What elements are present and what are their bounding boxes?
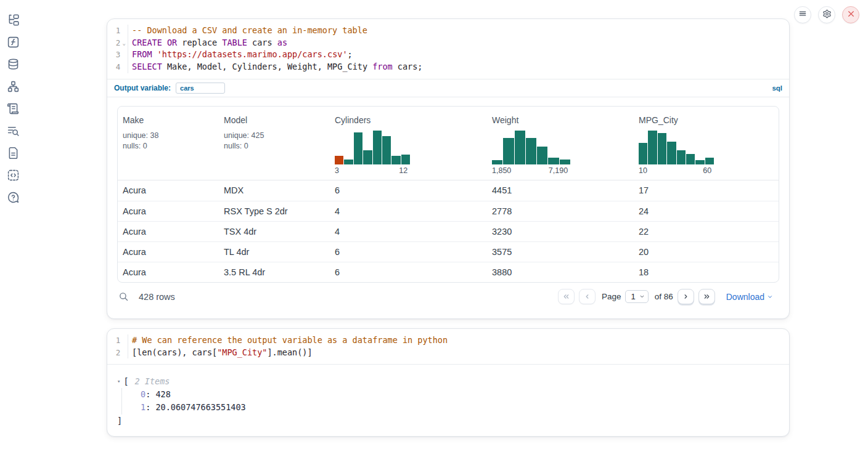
column-header[interactable]: MPG_City1060 [634, 107, 779, 180]
column-histogram: 312 [335, 131, 410, 175]
gutter: 4 [107, 61, 128, 73]
table-cell: 22 [634, 227, 779, 237]
histogram-bar [658, 133, 666, 164]
sql-output-area: Makeunique: 38nulls: 0Modelunique: 425nu… [107, 97, 789, 318]
settings-button[interactable] [818, 6, 835, 23]
first-page-button[interactable] [558, 289, 575, 304]
column-header-label: MPG_City [639, 115, 776, 125]
code-text: FROM 'https://datasets.marimo.app/cars.c… [128, 49, 353, 61]
row-count: 428 rows [139, 292, 175, 302]
column-header-label: Make [123, 115, 216, 125]
gear-icon [822, 9, 832, 21]
fold-chevron-icon [120, 347, 128, 359]
table-cell: 24 [634, 206, 779, 216]
sql-cell: 1-- Download a CSV and create an in-memo… [107, 18, 790, 319]
sql-code-editor[interactable]: 1-- Download a CSV and create an in-memo… [107, 19, 789, 79]
histogram-bar [667, 142, 676, 164]
table-cell: 20 [634, 247, 779, 257]
table-body: AcuraMDX6445117AcuraRSX Type S 2dr427782… [118, 180, 779, 282]
dependency-graph-icon[interactable] [5, 79, 21, 93]
previous-page-button[interactable] [579, 289, 596, 304]
language-badge[interactable]: sql [772, 84, 782, 92]
histogram-max-label: 7,190 [549, 166, 568, 175]
fold-chevron-icon[interactable]: ⌄ [120, 37, 128, 49]
histogram-bars[interactable] [492, 131, 570, 164]
page-total-label: of 86 [655, 292, 673, 301]
table-cell: 18 [634, 267, 779, 277]
tree-entry-separator: : [145, 402, 155, 412]
code-line: 1# We can reference the output variable … [107, 334, 789, 347]
table-row[interactable]: AcuraTL 4dr6357520 [118, 241, 779, 262]
code-token: ].mean()] [267, 347, 312, 357]
help-icon[interactable] [5, 190, 21, 204]
code-token: TABLE [222, 38, 247, 47]
table-cell: Acura [118, 185, 219, 195]
code-text: [len(cars), cars["MPG_City"].mean()] [128, 347, 313, 359]
chevron-down-icon [639, 294, 645, 299]
scratchpad-icon[interactable] [5, 102, 21, 115]
code-text: CREATE OR replace TABLE cars as [128, 37, 287, 49]
code-text: SELECT Make, Model, Cylinders, Weight, M… [128, 61, 422, 73]
histogram-bar [686, 154, 695, 164]
function-icon[interactable] [5, 35, 21, 49]
fold-chevron-icon [120, 334, 128, 347]
tree-entry: 1: 20.060747663551403 [141, 401, 779, 415]
snippets-icon[interactable] [5, 168, 21, 182]
last-page-button[interactable] [698, 289, 715, 304]
code-text: -- Download a CSV and create an in-memor… [128, 25, 367, 37]
table-row[interactable]: AcuraTSX 4dr4323022 [118, 221, 779, 241]
histogram-bar [526, 138, 536, 164]
histogram-min-label: 1,850 [492, 166, 511, 175]
logs-search-icon[interactable] [5, 124, 21, 137]
histogram-bar [677, 150, 686, 164]
histogram-min-label: 10 [639, 166, 647, 175]
search-icon[interactable] [118, 291, 129, 302]
fold-chevron-icon [120, 49, 128, 61]
code-line: 2[len(cars), cars["MPG_City"].mean()] [107, 347, 789, 359]
histogram-bars[interactable] [639, 131, 714, 164]
table-row[interactable]: AcuraRSX Type S 2dr4277824 [118, 201, 779, 221]
python-code-editor[interactable]: 1# We can reference the output variable … [107, 329, 789, 364]
histogram-bar [548, 158, 559, 164]
table-cell: Acura [118, 206, 219, 216]
download-button[interactable]: Download [726, 292, 773, 302]
table-row[interactable]: AcuraMDX6445117 [118, 180, 779, 201]
column-header[interactable]: Weight1,8507,190 [487, 107, 634, 180]
documentation-icon[interactable] [5, 146, 21, 160]
fold-chevron-icon [120, 25, 128, 37]
table-cell: 4 [330, 227, 487, 237]
shutdown-button[interactable] [842, 6, 859, 23]
histogram-bar [335, 156, 343, 164]
database-icon[interactable] [5, 57, 21, 71]
file-tree-icon[interactable] [5, 13, 21, 26]
page-select[interactable]: 1 [625, 290, 648, 303]
table-cell: 6 [330, 185, 487, 195]
topbar-actions [794, 6, 859, 23]
histogram-bar [373, 131, 382, 164]
table-cell: MDX [219, 185, 330, 195]
histogram-bar [382, 136, 391, 164]
notebook-menu-button[interactable] [794, 6, 811, 23]
table-header-row: Makeunique: 38nulls: 0Modelunique: 425nu… [118, 107, 779, 180]
code-token: OR [167, 38, 177, 47]
column-stat: nulls: 0 [224, 141, 327, 152]
line-number: 1 [107, 25, 120, 37]
output-variable-input[interactable] [176, 83, 225, 94]
histogram-bars[interactable] [335, 131, 410, 164]
code-text: # We can reference the output variable a… [128, 334, 448, 347]
tree-collapse-chevron-icon[interactable]: ▾ [117, 378, 120, 384]
column-stat: unique: 38 [123, 131, 216, 141]
column-header-label: Cylinders [335, 115, 485, 125]
table-row[interactable]: Acura3.5 RL 4dr6388018 [118, 262, 779, 282]
histogram-bar [354, 132, 362, 164]
column-header[interactable]: Cylinders312 [330, 107, 487, 180]
table-cell: TSX 4dr [219, 227, 330, 237]
column-header[interactable]: Makeunique: 38nulls: 0 [118, 107, 219, 180]
histogram-bar [537, 147, 547, 164]
code-token: -- Download a CSV and create an in-memor… [132, 25, 367, 35]
column-header[interactable]: Modelunique: 425nulls: 0 [219, 107, 330, 180]
next-page-button[interactable] [678, 289, 694, 304]
code-token: # We can reference the output variable a… [132, 335, 448, 345]
chevron-down-icon [767, 294, 773, 300]
line-number: 2 [107, 347, 120, 359]
